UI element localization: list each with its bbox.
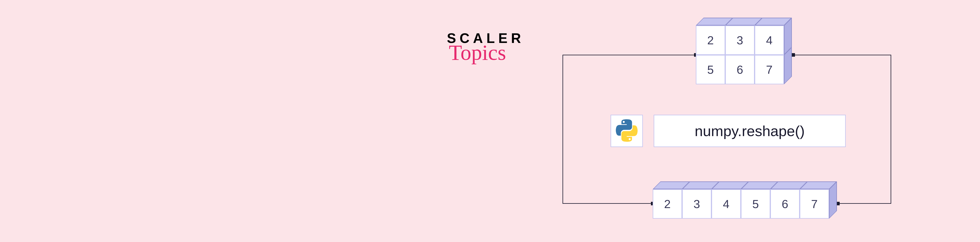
array-cell: 7	[755, 55, 784, 84]
array-cell: 3	[725, 25, 755, 55]
cell-value: 2	[653, 189, 682, 219]
array-cell: 2	[696, 25, 725, 55]
array-cell: 3	[682, 189, 711, 219]
function-name-text: numpy.reshape()	[695, 123, 805, 139]
array-row: 2 3 4 5 6 7	[653, 189, 829, 219]
array-cell: 7	[800, 189, 829, 219]
array-cell: 5	[741, 189, 770, 219]
cell-value: 3	[682, 189, 711, 219]
cell-value: 4	[711, 189, 741, 219]
cell-value: 4	[755, 25, 784, 55]
array-cell: 6	[725, 55, 755, 84]
cell-value: 5	[741, 189, 770, 219]
array-1x6: 2 3 4 5 6 7	[653, 189, 829, 219]
connector-line	[563, 55, 696, 55]
function-group: numpy.reshape()	[611, 115, 846, 147]
array-cell: 5	[696, 55, 725, 84]
cell-value: 6	[770, 189, 800, 219]
cell-value: 5	[696, 55, 725, 84]
cell-value: 7	[800, 189, 829, 219]
array-cell: 4	[755, 25, 784, 55]
array-row: 2 3 4	[696, 25, 980, 55]
array-cell: 4	[711, 189, 741, 219]
array-row: 5 6 7	[696, 55, 980, 84]
function-name-box: numpy.reshape()	[654, 115, 846, 147]
connector-line	[838, 203, 891, 204]
array-2x3: 2 3 4 5 6 7	[696, 25, 980, 84]
cell-value: 6	[725, 55, 755, 84]
connector-line	[563, 55, 563, 204]
cell-value: 3	[725, 25, 755, 55]
cell-value: 2	[696, 25, 725, 55]
array-cell: 2	[653, 189, 682, 219]
python-logo-icon	[616, 119, 638, 143]
cell-value: 7	[755, 55, 784, 84]
scaler-topics-logo: SCALER Topics	[447, 30, 525, 65]
connector-line	[563, 203, 653, 204]
array-cell: 6	[770, 189, 800, 219]
python-icon-box	[611, 115, 643, 147]
